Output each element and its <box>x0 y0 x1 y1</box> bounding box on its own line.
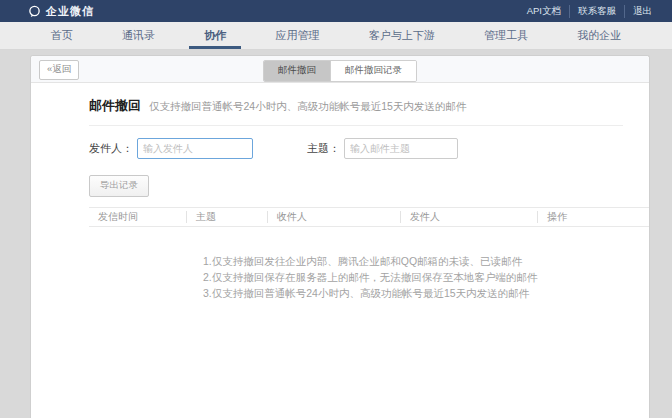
nav-item-admin-tools[interactable]: 管理工具 <box>474 22 538 49</box>
subject-label: 主题： <box>307 141 340 156</box>
page-title: 邮件撤回 <box>89 97 141 115</box>
note-line-1: 1.仅支持撤回发往企业内部、腾讯企业邮和QQ邮箱的未读、已读邮件 <box>203 253 623 269</box>
nav-item-app-management[interactable]: 应用管理 <box>265 22 329 49</box>
title-divider <box>89 125 623 126</box>
search-form: 发件人： 主题： <box>89 138 623 159</box>
sender-label: 发件人： <box>89 141 133 156</box>
card-header: «返回 邮件撤回 邮件撤回记录 <box>31 56 649 83</box>
top-links: API文档 联系客服 退出 <box>519 5 660 18</box>
nav-item-collaboration[interactable]: 协作 <box>194 22 236 49</box>
recall-tab-group: 邮件撤回 邮件撤回记录 <box>263 60 417 82</box>
tab-mail-recall[interactable]: 邮件撤回 <box>264 61 330 81</box>
page-subtitle: 仅支持撤回普通帐号24小时内、高级功能帐号最近15天内发送的邮件 <box>149 100 466 114</box>
back-button[interactable]: «返回 <box>39 60 79 80</box>
col-subject: 主题 <box>186 211 267 223</box>
table-header-row: 发信时间 主题 收件人 发件人 操作 <box>89 207 649 227</box>
top-bar: 企业微信 API文档 联系客服 退出 <box>0 0 672 22</box>
note-line-3: 3.仅支持撤回普通帐号24小时内、高级功能帐号最近15天内发送的邮件 <box>203 285 623 301</box>
content-card: «返回 邮件撤回 邮件撤回记录 邮件撤回 仅支持撤回普通帐号24小时内、高级功能… <box>30 55 650 418</box>
recall-notes: 1.仅支持撤回发往企业内部、腾讯企业邮和QQ邮箱的未读、已读邮件 2.仅支持撤回… <box>203 253 623 301</box>
subject-input[interactable] <box>344 138 458 159</box>
col-recipient: 收件人 <box>267 211 400 223</box>
nav-item-home[interactable]: 首页 <box>41 22 83 49</box>
app-title: 企业微信 <box>46 4 94 19</box>
col-send-time: 发信时间 <box>89 211 186 223</box>
brand: 企业微信 <box>28 4 94 19</box>
card-body: 邮件撤回 仅支持撤回普通帐号24小时内、高级功能帐号最近15天内发送的邮件 发件… <box>31 83 649 301</box>
col-action: 操作 <box>537 211 649 223</box>
sender-input[interactable] <box>137 138 253 159</box>
tab-mail-recall-history[interactable]: 邮件撤回记录 <box>330 61 416 81</box>
col-sender: 发件人 <box>400 211 537 223</box>
wework-logo-icon <box>28 5 41 18</box>
recall-table: 发信时间 主题 收件人 发件人 操作 <box>89 207 649 227</box>
main-nav: 首页 通讯录 协作 应用管理 客户与上下游 管理工具 我的企业 <box>0 22 672 50</box>
api-docs-link[interactable]: API文档 <box>519 5 569 18</box>
note-line-2: 2.仅支持撤回保存在服务器上的邮件，无法撤回保存至本地客户端的邮件 <box>203 269 623 285</box>
nav-item-my-enterprise[interactable]: 我的企业 <box>567 22 631 49</box>
nav-item-customers[interactable]: 客户与上下游 <box>359 22 445 49</box>
contact-support-link[interactable]: 联系客服 <box>569 5 624 18</box>
title-row: 邮件撤回 仅支持撤回普通帐号24小时内、高级功能帐号最近15天内发送的邮件 <box>89 97 623 115</box>
export-records-button[interactable]: 导出记录 <box>89 175 149 197</box>
nav-item-contacts[interactable]: 通讯录 <box>112 22 165 49</box>
logout-link[interactable]: 退出 <box>624 5 660 18</box>
